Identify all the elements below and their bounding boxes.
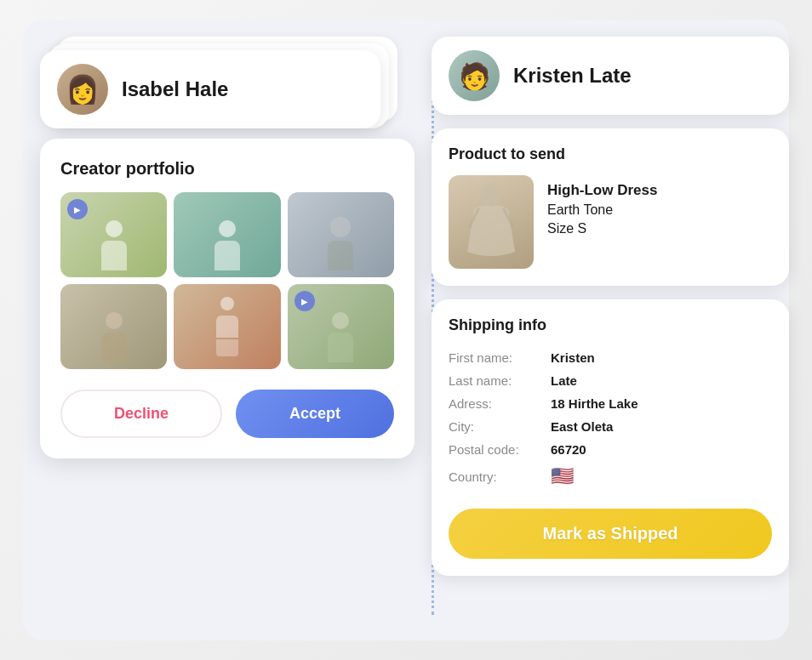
label-country: Country: xyxy=(449,461,551,492)
label-first-name: First name: xyxy=(449,346,551,369)
table-row: City: East Oleta xyxy=(449,415,772,438)
avatar xyxy=(57,64,108,115)
list-item[interactable] xyxy=(288,192,394,277)
svg-point-0 xyxy=(481,183,501,207)
list-item[interactable] xyxy=(174,284,280,369)
shipping-table: First name: Kristen Last name: Late Adre… xyxy=(449,346,772,492)
play-icon[interactable]: ▶ xyxy=(67,199,88,219)
play-icon[interactable]: ▶ xyxy=(294,291,315,311)
kristen-card: Kristen Late xyxy=(432,37,789,115)
product-image xyxy=(449,175,534,269)
list-item[interactable] xyxy=(60,284,167,369)
list-item[interactable]: ▶ xyxy=(60,192,167,277)
creator-name: Isabel Hale xyxy=(122,77,228,101)
mark-as-shipped-button[interactable]: Mark as Shipped xyxy=(449,509,772,559)
product-details: High-Low Dress Earth Tone Size S xyxy=(547,175,657,236)
portfolio-title: Creator portfolio xyxy=(60,159,394,179)
right-panel: Kristen Late Product to send High-Low Dr… xyxy=(432,37,789,576)
product-size: Size S xyxy=(547,221,657,236)
kristen-name: Kristen Late xyxy=(513,64,632,88)
product-card: Product to send High-Low Dress Earth Ton… xyxy=(432,128,789,286)
list-item[interactable]: ▶ xyxy=(288,284,394,369)
table-row: Country: 🇺🇸 xyxy=(449,461,772,492)
action-buttons: Decline Accept xyxy=(60,390,394,438)
label-city: City: xyxy=(449,415,551,438)
decline-button[interactable]: Decline xyxy=(60,390,222,438)
portfolio-grid: ▶ xyxy=(60,192,394,369)
avatar xyxy=(449,50,500,101)
label-address: Adress: xyxy=(449,392,551,415)
value-address: 18 Hirthe Lake xyxy=(551,392,772,415)
list-item[interactable] xyxy=(174,192,280,277)
shipping-section-title: Shipping info xyxy=(449,316,772,334)
value-postal: 66720 xyxy=(551,438,772,461)
country-flag: 🇺🇸 xyxy=(551,465,574,486)
product-section-title: Product to send xyxy=(449,145,772,163)
product-row: High-Low Dress Earth Tone Size S xyxy=(449,175,772,269)
product-variant: Earth Tone xyxy=(547,202,657,218)
creator-card: Isabel Hale xyxy=(40,50,380,128)
table-row: Adress: 18 Hirthe Lake xyxy=(449,392,772,415)
label-last-name: Last name: xyxy=(449,369,551,392)
table-row: First name: Kristen xyxy=(449,346,772,369)
shipping-card: Shipping info First name: Kristen Last n… xyxy=(432,299,789,576)
value-first-name: Kristen xyxy=(551,346,772,369)
product-name: High-Low Dress xyxy=(547,182,657,199)
portfolio-card: Creator portfolio ▶ xyxy=(40,139,415,458)
value-city: East Oleta xyxy=(551,415,772,438)
value-country: 🇺🇸 xyxy=(551,461,772,492)
table-row: Last name: Late xyxy=(449,369,772,392)
accept-button[interactable]: Accept xyxy=(236,390,394,438)
value-last-name: Late xyxy=(551,369,772,392)
table-row: Postal code: 66720 xyxy=(449,438,772,461)
label-postal: Postal code: xyxy=(449,438,551,461)
